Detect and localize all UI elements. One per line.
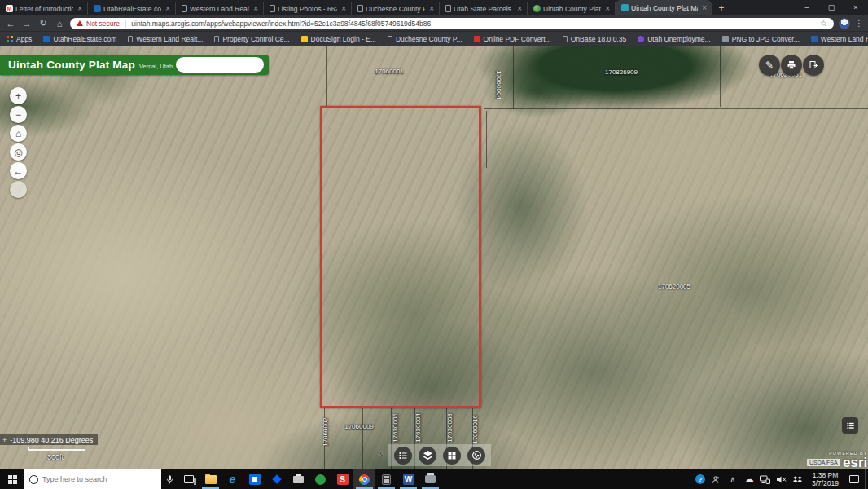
microphone-icon[interactable]: [161, 474, 178, 485]
measure-button[interactable]: ✎: [759, 55, 780, 76]
bookmark-item[interactable]: UtahRealEstate.com: [43, 35, 116, 43]
draw-button[interactable]: [467, 447, 485, 465]
people-icon[interactable]: [709, 469, 724, 489]
bookmark-item[interactable]: Property Control Ce...: [214, 35, 289, 43]
bookmark-item[interactable]: Online PDF Convert...: [474, 35, 551, 43]
dropbox-icon: [271, 474, 283, 485]
address-bar[interactable]: Not secure | uintah.maps.arcgis.com/apps…: [70, 18, 834, 29]
zoom-in-button[interactable]: +: [10, 87, 27, 104]
taskbar-search-input[interactable]: [42, 475, 156, 483]
new-tab-button[interactable]: +: [712, 2, 731, 15]
map-search-input[interactable]: [176, 57, 264, 73]
maximize-button[interactable]: ▢: [819, 0, 844, 15]
print-button[interactable]: [781, 55, 802, 76]
browser-tab[interactable]: Duchesne County Parcel Vie...×: [352, 2, 440, 15]
taskbar-app-dropbox[interactable]: [265, 469, 287, 489]
start-button[interactable]: [0, 469, 24, 489]
browser-tab[interactable]: Western Land Realty, Inc. A...×: [176, 2, 264, 15]
tab-strip: MLetter of Introduction - ge...×UtahReal…: [0, 0, 868, 15]
bookmark-label: OnBase 18.0.0.35: [571, 35, 627, 43]
scale-label: 300ft: [47, 453, 64, 461]
toolbar-collapse-icon[interactable]: ‹: [379, 447, 383, 459]
tab-title: Duchesne County Parcel Vie...: [366, 5, 425, 13]
taskbar-app-microsoft-store[interactable]: [243, 469, 265, 489]
home-icon[interactable]: ⌂: [54, 19, 65, 29]
hidden-icons-chevron[interactable]: ∧: [726, 469, 740, 489]
taskbar-app-fax[interactable]: [419, 469, 441, 489]
tab-list: MLetter of Introduction - ge...×UtahReal…: [0, 0, 712, 15]
bookmark-item[interactable]: Duchesne County P...: [388, 35, 462, 43]
security-label[interactable]: Not secure: [86, 20, 120, 28]
map-viewport[interactable]: 1706000117082690917060004170620051170620…: [0, 46, 868, 469]
taskbar-app-edge[interactable]: e: [221, 469, 243, 489]
bookmark-item[interactable]: Western Land Realt...: [811, 35, 868, 43]
next-extent-button: →: [10, 181, 27, 198]
help-icon[interactable]: ?: [693, 469, 708, 489]
dropbox-tray-icon[interactable]: [791, 469, 805, 489]
browser-menu-icon[interactable]: ⋮: [855, 19, 863, 28]
onedrive-icon[interactable]: ☁: [742, 469, 756, 489]
bookmark-star-icon[interactable]: ☆: [820, 19, 827, 28]
bookmark-item[interactable]: Apps: [7, 35, 32, 43]
minimize-button[interactable]: –: [795, 0, 819, 15]
coordinates-bar: + -109.980 40.216 Degrees: [0, 434, 98, 445]
taskbar-app-printer-app[interactable]: [287, 469, 309, 489]
taskbar-app-chrome[interactable]: [353, 469, 375, 489]
selected-parcel-outline[interactable]: [320, 106, 481, 408]
previous-extent-button[interactable]: ←: [10, 162, 27, 179]
bookmark-item[interactable]: Utah Unemployme...: [638, 35, 710, 43]
printer-app-icon: [293, 476, 304, 483]
taskbar-app-task-view[interactable]: [178, 469, 199, 489]
forward-icon[interactable]: →: [21, 19, 33, 29]
back-icon[interactable]: ←: [5, 19, 16, 29]
browser-tab[interactable]: UtahRealEstate.com | WFR...×: [88, 2, 176, 15]
tab-close-icon[interactable]: ×: [700, 3, 708, 12]
bookmark-item[interactable]: DocuSign Login - E...: [301, 35, 376, 43]
browser-tab[interactable]: Listing Photos - 6626752 -...×: [264, 2, 352, 15]
parcel-label: 17060016: [471, 415, 479, 444]
tab-close-icon[interactable]: ×: [76, 4, 84, 13]
page-bookmark-icon: [214, 36, 219, 42]
attribute-table-button[interactable]: [842, 417, 858, 434]
taskbar-clock[interactable]: 1:38 PM 3/7/2019: [807, 471, 844, 487]
tab-close-icon[interactable]: ×: [427, 4, 436, 13]
volume-muted-icon[interactable]: [774, 469, 789, 489]
locate-button[interactable]: ◎: [10, 143, 27, 161]
url-text[interactable]: uintah.maps.arcgis.com/apps/webappviewer…: [131, 20, 820, 28]
crosshair-icon[interactable]: +: [2, 436, 7, 444]
taskbar-app-file-explorer[interactable]: [199, 469, 221, 489]
edge-icon: e: [227, 474, 239, 485]
taskbar-app-green-app[interactable]: [309, 469, 331, 489]
home-button[interactable]: ⌂: [10, 125, 27, 142]
bookmark-item[interactable]: Western Land Realt...: [128, 35, 203, 43]
parcel-label: 17630003: [446, 413, 454, 443]
action-center-icon[interactable]: [845, 469, 863, 489]
browser-tab[interactable]: MLetter of Introduction - ge...×: [0, 2, 88, 15]
browser-tab[interactable]: Uintah County Plat map×: [528, 2, 616, 15]
tab-close-icon[interactable]: ×: [515, 4, 524, 13]
layers-button[interactable]: [419, 447, 436, 465]
taskbar-app-word[interactable]: W: [397, 469, 419, 489]
reload-icon[interactable]: ↻: [37, 18, 49, 29]
export-button[interactable]: [803, 55, 824, 76]
profile-avatar[interactable]: [839, 18, 850, 29]
tab-close-icon[interactable]: ×: [340, 4, 348, 13]
basemap-gallery-button[interactable]: [443, 447, 461, 465]
browser-tab[interactable]: Utah State Parcels×: [440, 2, 528, 15]
tab-title: UtahRealEstate.com | WFR...: [103, 5, 161, 13]
close-button[interactable]: ×: [844, 0, 868, 15]
tab-close-icon[interactable]: ×: [164, 4, 172, 13]
network-display-icon[interactable]: [758, 469, 773, 489]
taskbar-app-calculator[interactable]: [375, 469, 397, 489]
tab-close-icon[interactable]: ×: [603, 4, 612, 13]
zoom-out-button[interactable]: −: [10, 106, 27, 123]
show-desktop-button[interactable]: [865, 469, 868, 489]
bookmark-item[interactable]: PNG to JPG Conver...: [722, 35, 800, 43]
bookmark-item[interactable]: OnBase 18.0.0.35: [563, 35, 627, 43]
taskbar-search[interactable]: [24, 469, 161, 489]
tab-close-icon[interactable]: ×: [252, 4, 260, 13]
taskbar-app-smartsheet[interactable]: S: [331, 469, 353, 489]
page-bookmark-icon: [128, 36, 133, 42]
legend-button[interactable]: [394, 447, 412, 465]
browser-tab[interactable]: Uintah County Plat Map×: [616, 0, 712, 15]
